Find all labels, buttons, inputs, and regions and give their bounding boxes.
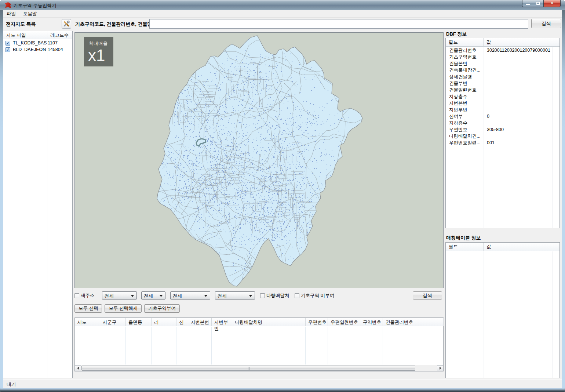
filter-search-button[interactable]: 검색 — [413, 291, 442, 300]
horizontal-scrollbar[interactable] — [75, 365, 443, 371]
layer-checkbox[interactable] — [6, 41, 10, 46]
dbf-row[interactable]: 지번본번 — [446, 100, 559, 106]
map-settings-button[interactable] — [62, 19, 71, 29]
new-address-checkbox[interactable] — [74, 293, 79, 298]
column-divider — [151, 327, 152, 364]
app-icon — [5, 2, 11, 8]
deselect-all-button[interactable]: 모두 선택해제 — [105, 304, 141, 313]
minimize-button[interactable] — [522, 0, 533, 7]
result-column-header[interactable]: 건물관리번호 — [383, 318, 444, 326]
result-column-header[interactable]: 다량배달처명 — [232, 318, 306, 326]
column-divider — [383, 327, 383, 364]
arrow-left-icon — [77, 367, 79, 370]
dbf-row[interactable]: 건물부번 — [446, 80, 559, 87]
dbf-row[interactable]: 우편번호305-800 — [446, 126, 559, 133]
window-border-bottom — [0, 388, 565, 392]
filter-dropdown-4[interactable]: 전체 — [215, 291, 255, 300]
layer-checkbox[interactable] — [6, 47, 10, 52]
matching-header-extra — [552, 243, 559, 251]
result-column-header[interactable]: 우편일련번호 — [328, 318, 360, 326]
dbf-value: 001 — [484, 140, 495, 145]
dbf-row[interactable]: 상세건물명 — [446, 73, 559, 80]
zone-unassigned-label: 기초구역 미부여 — [301, 293, 334, 299]
scrollbar-grip-icon — [247, 367, 250, 370]
filter-bar: 새주소 전체전체전체전체 다량배달처 기초구역 미부여 검색 — [74, 291, 444, 300]
close-button[interactable]: ✕ — [544, 0, 561, 7]
search-button[interactable]: 검색 — [531, 19, 561, 28]
menu-file[interactable]: 파일 — [3, 10, 19, 18]
scroll-right-button[interactable] — [437, 365, 443, 371]
bulk-delivery-option[interactable]: 다량배달처 — [260, 293, 289, 299]
dbf-panel-title: DBF 정보 — [446, 31, 467, 37]
result-column-header[interactable]: 시도 — [75, 318, 100, 326]
close-icon: ✕ — [544, 0, 560, 6]
matching-panel-title: 매칭테이블 정보 — [446, 235, 481, 241]
dbf-row[interactable]: 기초구역번호 — [446, 54, 559, 60]
matching-header-field[interactable]: 필드 — [446, 243, 484, 251]
result-column-header[interactable]: 지번본번 — [188, 318, 212, 326]
result-column-header[interactable]: 지번부번 — [212, 318, 232, 326]
filter-dropdown-3[interactable]: 전체 — [170, 291, 210, 300]
app-window: 기초구역 수동입력기 ✕ 파일 도움말 전자지도 목록 기초구역코드, 건물관리… — [0, 0, 565, 392]
filter-dropdown-1[interactable]: 전체 — [102, 291, 137, 300]
result-column-header[interactable]: 리 — [152, 318, 176, 326]
layers-header-count[interactable]: 레코드수 — [47, 31, 72, 39]
chevron-down-icon — [204, 295, 207, 297]
layer-row[interactable]: TL_KODIS_BAS1107 — [3, 40, 72, 46]
dbf-field: 우편번호일련... — [446, 140, 484, 146]
menu-help[interactable]: 도움말 — [19, 10, 41, 18]
dbf-field: 건물부번 — [446, 80, 484, 87]
map-view[interactable]: 확대배율 x1 — [74, 32, 444, 288]
dbf-row[interactable]: 건물본번 — [446, 60, 559, 67]
result-column-header[interactable]: 구역번호 — [360, 318, 383, 326]
assign-zone-button[interactable]: 기초구역부여 — [144, 304, 180, 313]
zone-unassigned-checkbox[interactable] — [295, 293, 299, 298]
dbf-field: 지번본번 — [446, 100, 484, 106]
map-canvas[interactable] — [75, 33, 444, 288]
dbf-header-field[interactable]: 필드 — [446, 38, 484, 46]
dbf-row[interactable]: 다량배달처건... — [446, 133, 559, 139]
column-divider — [125, 327, 126, 364]
search-input[interactable] — [149, 19, 528, 29]
zone-unassigned-option[interactable]: 기초구역 미부여 — [295, 293, 334, 299]
layer-name: BLD_DAEJEON — [10, 47, 44, 52]
scroll-left-button[interactable] — [75, 365, 81, 371]
dropdown-value: 전체 — [144, 293, 153, 299]
bulk-delivery-checkbox[interactable] — [260, 293, 265, 298]
result-table-header: 시도시군구읍면동리산지번본번지번부번다량배달처명우편번호우편일련번호구역번호건물… — [75, 318, 443, 326]
dbf-row[interactable]: 건물일련번호 — [446, 87, 559, 93]
result-table-body[interactable] — [75, 327, 443, 364]
column-divider — [328, 327, 328, 364]
action-bar: 모두 선택 모두 선택해제 기초구역부여 — [74, 304, 180, 313]
result-column-header[interactable]: 산 — [176, 318, 188, 326]
dbf-row[interactable]: 지번부번 — [446, 106, 559, 113]
matching-header-value[interactable]: 값 — [484, 243, 552, 251]
dbf-field: 건물본번 — [446, 61, 484, 67]
toolbar: 전자지도 목록 기초구역코드, 건물관리번호, 건물명 검색 — [3, 18, 562, 30]
window-border-left — [0, 10, 3, 392]
dbf-row[interactable]: 산여부0 — [446, 113, 559, 120]
bulk-delivery-label: 다량배달처 — [266, 293, 289, 299]
scrollbar-thumb[interactable] — [81, 366, 415, 371]
title-bar[interactable]: 기초구역 수동입력기 ✕ — [0, 0, 565, 10]
filter-dropdown-2[interactable]: 전체 — [141, 291, 165, 300]
layers-header-file[interactable]: 지도 파일 — [3, 31, 47, 39]
result-column-header[interactable]: 시군구 — [100, 318, 126, 326]
layer-row[interactable]: BLD_DAEJEON145804 — [3, 46, 72, 53]
dbf-header-value[interactable]: 값 — [484, 38, 552, 46]
crossed-tools-icon — [63, 20, 70, 28]
minimize-icon — [526, 4, 530, 5]
dbf-row[interactable]: 지상층수 — [446, 93, 559, 100]
result-column-header[interactable]: 우편번호 — [306, 318, 328, 326]
dbf-row[interactable]: 건축물대장건... — [446, 67, 559, 73]
matching-table-header: 필드 값 — [446, 243, 559, 251]
dbf-row[interactable]: 건물관리번호3020011200200120079000001 — [446, 47, 559, 54]
map-list-title: 전자지도 목록 — [6, 21, 36, 28]
search-label: 기초구역코드, 건물관리번호, 건물명 — [75, 21, 152, 28]
select-all-button[interactable]: 모두 선택 — [74, 304, 102, 313]
dbf-row[interactable]: 우편번호일련...001 — [446, 139, 559, 146]
maximize-button[interactable] — [533, 0, 544, 7]
dbf-row[interactable]: 지하층수 — [446, 120, 559, 126]
new-address-option[interactable]: 새주소 — [74, 293, 95, 299]
result-column-header[interactable]: 읍면동 — [126, 318, 152, 326]
